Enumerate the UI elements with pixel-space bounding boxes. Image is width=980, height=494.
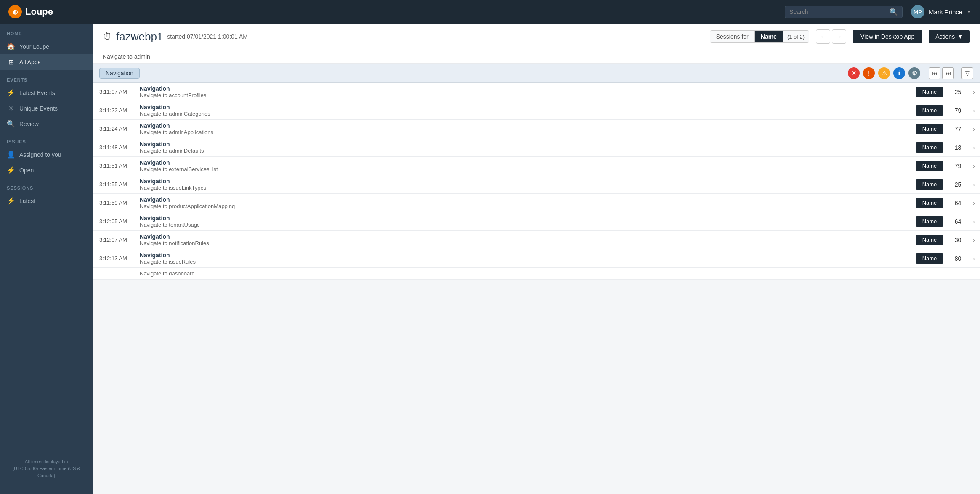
logo-text: Loupe xyxy=(25,6,53,17)
event-time: 3:11:24 AM xyxy=(93,122,135,136)
warning-filter-icon[interactable]: ⚠ xyxy=(878,67,890,79)
event-type: Navigation xyxy=(140,178,911,185)
event-name-badge[interactable]: Name xyxy=(916,179,944,190)
event-count: 25 xyxy=(947,181,968,188)
event-name-badge[interactable]: Name xyxy=(916,235,944,245)
event-type: Navigation xyxy=(140,85,911,92)
sidebar-item-open[interactable]: ⚡ Open xyxy=(0,162,93,178)
event-count: 80 xyxy=(947,255,968,262)
event-time: 3:11:22 AM xyxy=(93,103,135,118)
search-input[interactable] xyxy=(789,8,886,15)
event-time xyxy=(93,269,135,278)
event-name-badge[interactable]: Name xyxy=(916,105,944,116)
event-name-badge[interactable]: Name xyxy=(916,216,944,227)
prev-session-button[interactable]: ← xyxy=(816,29,830,44)
event-name-badge[interactable]: Name xyxy=(916,87,944,97)
filter-tag[interactable]: Navigation xyxy=(99,68,140,79)
event-detail: Navigate to productApplicationMapping xyxy=(140,203,911,209)
sidebar-item-unique-events[interactable]: ✳ Unique Events xyxy=(0,100,93,116)
event-count: 18 xyxy=(947,144,968,151)
event-expand-chevron[interactable]: › xyxy=(968,126,980,132)
review-icon: 🔍 xyxy=(7,120,15,128)
sidebar-item-all-apps[interactable]: ⊞ All Apps xyxy=(0,54,93,70)
sidebar-section-issues: ISSUES xyxy=(0,132,93,147)
sidebar-item-review[interactable]: 🔍 Review xyxy=(0,116,93,132)
event-type: Navigation xyxy=(140,159,911,166)
event-name-badge[interactable]: Name xyxy=(916,142,944,153)
view-desktop-button[interactable]: View in Desktop App xyxy=(853,30,922,43)
event-content: Navigate to dashboard xyxy=(135,268,980,279)
event-row: Navigate to dashboard xyxy=(93,268,980,280)
user-area[interactable]: MP Mark Prince ▼ xyxy=(911,5,972,18)
event-content: Navigation Navigate to notificationRules xyxy=(135,231,916,249)
table-row: 3:11:24 AM Navigation Navigate to adminA… xyxy=(93,120,980,138)
sidebar-label-assigned-to-you: Assigned to you xyxy=(19,151,61,158)
last-page-button[interactable]: ⏭ xyxy=(942,67,954,79)
table-row: 3:11:07 AM Navigation Navigate to accoun… xyxy=(93,83,980,101)
settings-filter-icon[interactable]: ⚙ xyxy=(908,67,920,79)
event-expand-chevron[interactable]: › xyxy=(968,144,980,151)
event-name-badge[interactable]: Name xyxy=(916,124,944,134)
event-name-badge[interactable]: Name xyxy=(916,198,944,208)
event-time: 3:11:55 AM xyxy=(93,177,135,192)
event-content: Navigation Navigate to issueRules xyxy=(135,249,916,267)
error-filter-icon[interactable]: ✕ xyxy=(848,67,860,79)
next-session-button[interactable]: → xyxy=(832,29,846,44)
sidebar-section-events: EVENTS xyxy=(0,70,93,85)
event-expand-chevron[interactable]: › xyxy=(968,255,980,262)
event-type: Navigation xyxy=(140,122,911,129)
event-expand-chevron[interactable]: › xyxy=(968,200,980,206)
event-type: Navigation xyxy=(140,233,911,240)
timer-icon: ⏱ xyxy=(103,31,112,42)
sidebar-label-latest-events: Latest Events xyxy=(19,90,55,96)
event-expand-chevron[interactable]: › xyxy=(968,107,980,114)
info-filter-icon[interactable]: ℹ xyxy=(893,67,905,79)
event-name-badge[interactable]: Name xyxy=(916,161,944,171)
event-table: 3:11:07 AM Navigation Navigate to accoun… xyxy=(93,83,980,280)
sidebar-item-latest-sessions[interactable]: ⚡ Latest xyxy=(0,193,93,209)
event-detail: Navigate to adminCategories xyxy=(140,111,911,117)
sessions-for-name[interactable]: Name xyxy=(755,31,783,42)
sessions-for-count[interactable]: (1 of 2) xyxy=(783,31,809,42)
event-time: 3:11:59 AM xyxy=(93,195,135,210)
lightning-icon-sessions: ⚡ xyxy=(7,197,15,205)
event-time: 3:12:13 AM xyxy=(93,251,135,266)
actions-button[interactable]: Actions ▼ xyxy=(929,30,970,43)
sidebar-item-latest-events[interactable]: ⚡ Latest Events xyxy=(0,85,93,100)
logo[interactable]: ◐ Loupe xyxy=(8,5,53,18)
funnel-button[interactable]: ▽ xyxy=(961,67,973,79)
sidebar-item-your-loupe[interactable]: 🏠 Your Loupe xyxy=(0,39,93,54)
sidebar-label-all-apps: All Apps xyxy=(19,59,41,66)
sidebar-item-assigned-to-you[interactable]: 👤 Assigned to you xyxy=(0,147,93,162)
event-count: 25 xyxy=(947,89,968,95)
event-expand-chevron[interactable]: › xyxy=(968,163,980,169)
search-box[interactable]: 🔍 xyxy=(785,6,903,18)
event-expand-chevron[interactable]: › xyxy=(968,89,980,95)
event-count: 77 xyxy=(947,126,968,132)
nav-arrows: ← → xyxy=(816,29,846,44)
event-expand-chevron[interactable]: › xyxy=(968,218,980,225)
event-area: Navigate to admin Navigation ✕ ! ⚠ ℹ ⚙ ⏮… xyxy=(93,50,980,494)
user-dropdown-icon[interactable]: ▼ xyxy=(967,9,972,15)
first-page-button[interactable]: ⏮ xyxy=(929,67,940,79)
event-detail: Navigate to dashboard xyxy=(140,270,975,277)
event-type: Navigation xyxy=(140,141,911,148)
event-detail: Navigate to accountProfiles xyxy=(140,92,911,98)
table-row: 3:11:55 AM Navigation Navigate to issueL… xyxy=(93,175,980,194)
event-count: 79 xyxy=(947,163,968,169)
session-meta: started 07/01/2021 1:00:01 AM xyxy=(167,33,247,40)
event-content: Navigation Navigate to productApplicatio… xyxy=(135,194,916,212)
event-name-badge[interactable]: Name xyxy=(916,253,944,264)
event-content: Navigation Navigate to tenantUsage xyxy=(135,212,916,230)
sidebar-section-sessions: SESSIONS xyxy=(0,178,93,193)
event-expand-chevron[interactable]: › xyxy=(968,237,980,243)
actions-dropdown-icon: ▼ xyxy=(957,33,963,40)
event-time: 3:12:05 AM xyxy=(93,214,135,229)
event-content: Navigation Navigate to adminCategories xyxy=(135,101,916,119)
sidebar-footer: All times displayed in(UTC-05:00) Easter… xyxy=(0,452,93,486)
event-count: 64 xyxy=(947,218,968,225)
event-detail: Navigate to externalServicesList xyxy=(140,166,911,172)
event-time: 3:12:07 AM xyxy=(93,232,135,247)
critical-filter-icon[interactable]: ! xyxy=(863,67,875,79)
event-expand-chevron[interactable]: › xyxy=(968,181,980,188)
